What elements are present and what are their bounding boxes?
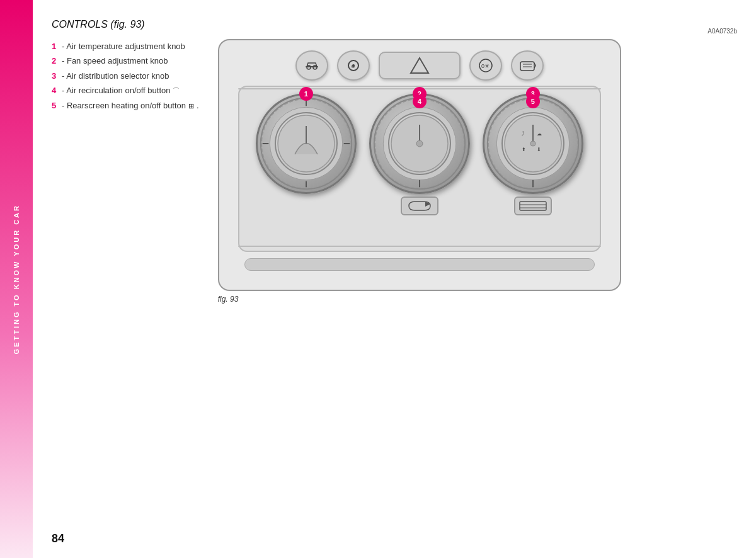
rear-defrost-icon — [518, 57, 537, 74]
figure-area: A0A0732b — [218, 39, 737, 304]
center-display-button[interactable] — [379, 52, 461, 79]
fan-recirc-icon: ⊕ — [343, 55, 364, 76]
top-buttons-row: ⊕ 0☀ — [219, 47, 620, 84]
fan-knob-inner — [388, 112, 451, 175]
svg-rect-44 — [520, 202, 546, 210]
callout-4: 4 — [413, 94, 427, 108]
recirculation-btn-icon — [404, 199, 435, 213]
temp-knob-inner — [275, 112, 338, 175]
item-desc-2: - Fan speed adjustment knob — [62, 54, 168, 68]
svg-text:⊕: ⊕ — [351, 64, 355, 69]
list-item: 3 - Air distribution selector knob — [52, 69, 199, 83]
svg-point-0 — [307, 65, 311, 69]
fan-knob-container: 2 0 1 2 — [369, 93, 470, 215]
item-number-4: 4 — [52, 83, 59, 98]
sidebar: GETTING TO KNOW YOUR CAR — [0, 0, 33, 558]
main-content: CONTROLS (fig. 93) 1 - Air temperature a… — [33, 0, 756, 558]
content-area: 1 - Air temperature adjustment knob 2 - … — [52, 39, 737, 304]
svg-point-27 — [416, 140, 423, 147]
car-silhouette-icon — [303, 57, 321, 74]
temp-knob-outer[interactable] — [256, 93, 357, 194]
air-dist-knob-inner: ⤴ ☁ ⬆ ⬇ — [501, 112, 564, 175]
callout-5: 5 — [526, 94, 540, 108]
section-title: CONTROLS (fig. 93) — [52, 19, 737, 30]
title-italic: (fig. 93) — [110, 19, 144, 30]
sidebar-label: GETTING TO KNOW YOUR CAR — [13, 204, 20, 354]
svg-text:⬆: ⬆ — [522, 147, 526, 152]
warning-triangle-icon — [407, 54, 432, 77]
svg-text:☁: ☁ — [537, 131, 542, 137]
svg-rect-6 — [520, 62, 534, 71]
air-dist-knob-outer[interactable]: ↑↑ ↑↓ ↓ ≋↓ ≋ — [483, 93, 583, 194]
svg-text:⤴: ⤴ — [522, 131, 524, 137]
air-dist-knob-face: ⤴ ☁ ⬆ ⬇ — [503, 113, 563, 174]
recirculation-button[interactable] — [401, 196, 438, 215]
controls-list: 1 - Air temperature adjustment knob 2 - … — [52, 39, 199, 113]
deco-line-bottom — [238, 246, 601, 247]
rear-heating-btn-icon — [517, 199, 549, 213]
list-item: 5 - Rearscreen heating on/off button ⊞ . — [52, 98, 199, 113]
item-desc-1: - Air temperature adjustment knob — [62, 39, 185, 54]
item-desc-3: - Air distribution selector knob — [62, 69, 169, 83]
svg-point-43 — [530, 141, 536, 146]
item-number-2: 2 — [52, 54, 59, 68]
svg-text:⬇: ⬇ — [537, 147, 541, 152]
fan-knob-face — [389, 113, 450, 174]
heat-icon: 0☀ — [476, 57, 495, 74]
temp-knob-container: 1 — [256, 93, 357, 194]
heat-button[interactable]: 0☀ — [469, 50, 502, 81]
title-bold: CONTROLS — [52, 19, 108, 30]
list-item: 4 - Air recirculation on/off button ⌒ — [52, 83, 199, 98]
list-item: 1 - Air temperature adjustment knob — [52, 39, 199, 54]
list-item: 2 - Fan speed adjustment knob — [52, 54, 199, 68]
rear-defrost-button[interactable] — [511, 50, 544, 81]
fig-caption: fig. 93 — [218, 295, 737, 304]
page-number: 84 — [52, 532, 64, 545]
recirculation-icon: ⌒ — [173, 85, 180, 98]
fan-knob-outer[interactable]: 0 1 2 3 4 — [369, 93, 470, 194]
item-number-3: 3 — [52, 69, 59, 83]
fan-recirc-button[interactable]: ⊕ — [337, 50, 370, 81]
bottom-ridge — [244, 258, 595, 271]
item-number-5: 5 — [52, 98, 59, 113]
item-desc-4: - Air recirculation on/off button — [62, 83, 170, 98]
item-desc-5: - Rearscreen heating on/off button — [62, 98, 186, 113]
callout-1: 1 — [299, 87, 313, 101]
hvac-panel: ⊕ 0☀ — [218, 39, 621, 291]
air-dist-knob-container: 3 ↑↑ ↑↓ — [483, 93, 583, 215]
car-icon-button[interactable] — [295, 50, 328, 81]
fig-ref-code: A0A0732b — [707, 28, 737, 35]
rearscreen-icon: ⊞ — [188, 100, 194, 113]
temp-knob-face — [276, 113, 336, 174]
rear-heating-button[interactable] — [514, 196, 552, 215]
svg-point-1 — [313, 65, 317, 69]
item-number-1: 1 — [52, 39, 59, 54]
svg-text:0☀: 0☀ — [481, 63, 490, 69]
